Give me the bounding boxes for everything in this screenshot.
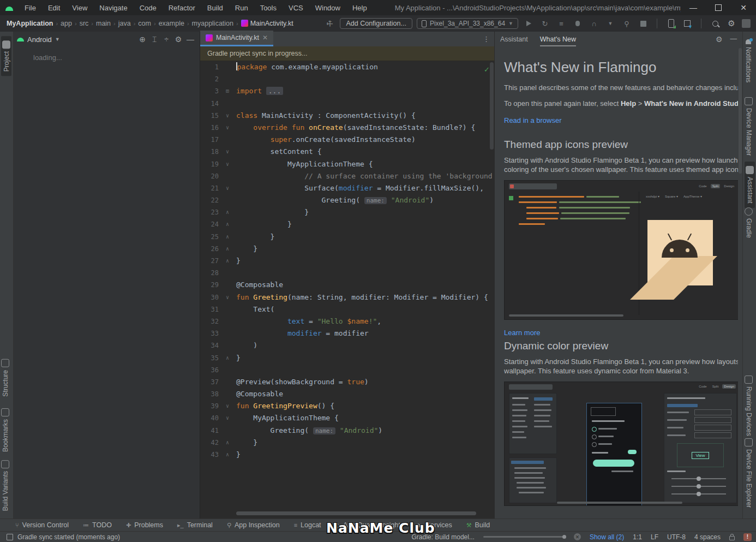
- breadcrumb-item-com[interactable]: com: [138, 20, 151, 27]
- sidebar-item-build-variants[interactable]: Build Variants: [1, 460, 9, 511]
- code-line-27[interactable]: 27∧}: [200, 255, 494, 267]
- fold-marker-icon[interactable]: ∧: [219, 255, 236, 267]
- assistant-settings-gear-icon[interactable]: ⚙: [716, 35, 723, 44]
- assistant-scrollbar[interactable]: [739, 48, 742, 174]
- menu-build[interactable]: Build: [201, 4, 229, 12]
- code-line-21[interactable]: 21∨ Surface(modifier = Modifier.fillMaxS…: [200, 182, 494, 194]
- fold-marker-icon[interactable]: ∨: [219, 400, 236, 412]
- code-line-16[interactable]: 16∨ override fun onCreate(savedInstanceS…: [200, 122, 494, 134]
- hide-panel-icon[interactable]: —: [184, 35, 196, 44]
- fold-marker-icon[interactable]: ∧: [219, 352, 236, 364]
- project-view-selector[interactable]: Android: [27, 35, 52, 44]
- menu-run[interactable]: Run: [229, 4, 254, 12]
- fold-marker-icon[interactable]: ∧: [219, 206, 236, 218]
- chevron-down-icon[interactable]: ▼: [55, 37, 60, 42]
- toolwindow-tab-logcat[interactable]: ≡Logcat: [294, 521, 321, 529]
- code-line-43[interactable]: 43∧}: [200, 449, 494, 461]
- caret-position[interactable]: 1:1: [633, 533, 642, 541]
- fold-marker-icon[interactable]: ∨: [219, 412, 236, 424]
- inspection-ok-icon[interactable]: ✓: [484, 65, 490, 74]
- menu-edit[interactable]: Edit: [42, 4, 66, 12]
- fold-marker-icon[interactable]: ∨: [219, 146, 236, 158]
- breadcrumb-item-myapplication[interactable]: myapplication: [192, 20, 233, 27]
- sidebar-item-notifications[interactable]: Notifications: [745, 39, 752, 82]
- code-line-28[interactable]: 28: [200, 267, 494, 279]
- device-manager-icon[interactable]: [665, 17, 677, 29]
- fold-marker-icon[interactable]: ∨: [219, 158, 236, 170]
- menu-navigate[interactable]: Navigate: [93, 4, 133, 12]
- code-line-20[interactable]: 20 // A surface container using the 'bac…: [200, 170, 494, 182]
- fold-marker-icon[interactable]: ∨: [219, 291, 236, 303]
- code-line-34[interactable]: 34 ): [200, 340, 494, 352]
- sidebar-item-structure[interactable]: Structure: [1, 359, 9, 397]
- fold-marker-icon[interactable]: ∧: [219, 218, 236, 230]
- status-message[interactable]: Gradle sync started (moments ago): [17, 533, 120, 541]
- run-options-caret-icon[interactable]: ▼: [604, 17, 616, 29]
- add-configuration-button[interactable]: Add Configuration...: [340, 18, 412, 29]
- fold-marker-icon[interactable]: ⊞: [219, 85, 236, 97]
- minimize-button[interactable]: —: [681, 0, 706, 15]
- tab-assistant[interactable]: Assistant: [500, 35, 528, 43]
- notifications-badge-icon[interactable]: !: [743, 533, 752, 541]
- code-line-36[interactable]: 36: [200, 364, 494, 376]
- profiler-icon[interactable]: ∩: [588, 17, 600, 29]
- expand-all-icon[interactable]: ⌶: [148, 35, 160, 44]
- code-line-19[interactable]: 19∨ MyApplicationTheme {: [200, 158, 494, 170]
- apply-changes-icon[interactable]: ↻: [539, 17, 551, 29]
- cancel-progress-icon[interactable]: ✕: [574, 533, 581, 540]
- toolwindow-tab-version-control[interactable]: ⑂Version Control: [15, 521, 69, 529]
- code-line-14[interactable]: 14: [200, 98, 494, 110]
- menu-help[interactable]: Help: [346, 4, 373, 12]
- sdk-manager-icon[interactable]: ▼: [681, 17, 693, 29]
- code-line-26[interactable]: 26∧ }: [200, 243, 494, 255]
- debug-icon[interactable]: [572, 17, 584, 29]
- collapse-all-icon[interactable]: ÷: [160, 35, 172, 44]
- fold-marker-icon[interactable]: ∨: [219, 110, 236, 122]
- stop-button[interactable]: [637, 17, 649, 29]
- fold-marker-icon[interactable]: ∧: [219, 449, 236, 461]
- breadcrumb-item-myapplication[interactable]: MyApplication: [7, 20, 53, 27]
- code-line-32[interactable]: 32 text = "Hello $name!",: [200, 315, 494, 327]
- build-hammer-icon[interactable]: ⚒: [321, 15, 338, 32]
- breadcrumb-item-main[interactable]: main: [96, 20, 111, 27]
- code-line-39[interactable]: 39∨fun GreetingPreview() {: [200, 400, 494, 412]
- toolwindow-tab-app-inspection[interactable]: ⚲App Inspection: [227, 521, 280, 529]
- attach-debugger-icon[interactable]: ⚲: [621, 17, 633, 29]
- code-line-15[interactable]: 15∨class MainActivity : ComponentActivit…: [200, 110, 494, 122]
- breadcrumb-item-app[interactable]: app: [61, 20, 72, 27]
- code-line-38[interactable]: 38@Composable: [200, 388, 494, 400]
- settings-gear-icon[interactable]: ⚙: [725, 17, 737, 29]
- run-button[interactable]: [523, 17, 535, 29]
- tab-whats-new[interactable]: What's New: [540, 35, 576, 46]
- apply-code-changes-icon[interactable]: ≡: [555, 17, 567, 29]
- show-all-link[interactable]: Show all (2): [590, 533, 624, 541]
- code-line-40[interactable]: 40∨ MyApplicationTheme {: [200, 412, 494, 424]
- maximize-button[interactable]: [706, 0, 731, 15]
- breadcrumb-item-java[interactable]: java: [118, 20, 131, 27]
- code-line-33[interactable]: 33 modifier = modifier: [200, 327, 494, 340]
- code-line-24[interactable]: 24∧ }: [200, 218, 494, 230]
- breadcrumb-item-example[interactable]: example: [159, 20, 184, 27]
- code-line-30[interactable]: 30∨fun Greeting(name: String, modifier: …: [200, 291, 494, 303]
- fold-marker-icon[interactable]: ∧: [219, 437, 236, 449]
- code-line-41[interactable]: 41 Greeting( name: "Android"): [200, 425, 494, 437]
- code-line-35[interactable]: 35∧}: [200, 352, 494, 364]
- sidebar-item-project[interactable]: Project: [1, 36, 11, 76]
- menu-code[interactable]: Code: [134, 4, 163, 12]
- menu-file[interactable]: File: [19, 4, 42, 12]
- fold-marker-icon[interactable]: ∧: [219, 243, 236, 255]
- line-separator[interactable]: LF: [651, 533, 658, 541]
- menu-vcs[interactable]: VCS: [283, 4, 309, 12]
- panel-settings-gear-icon[interactable]: ⚙: [172, 35, 184, 44]
- code-line-23[interactable]: 23∧ }: [200, 206, 494, 218]
- tab-options-kebab-icon[interactable]: ⋮: [478, 35, 494, 43]
- breadcrumb-item-mainactivity-kt[interactable]: MainActivity.kt: [241, 20, 293, 27]
- indent-setting[interactable]: 4 spaces: [694, 533, 721, 541]
- code-line-3[interactable]: 3⊞import ...: [200, 85, 494, 97]
- fold-marker-icon[interactable]: ∨: [219, 182, 236, 194]
- code-line-29[interactable]: 29@Composable: [200, 279, 494, 291]
- assistant-hide-icon[interactable]: —: [730, 35, 737, 44]
- tab-mainactivity[interactable]: MainActivity.kt ✕: [200, 31, 273, 46]
- toolwindow-tab-problems[interactable]: ✚Problems: [126, 521, 163, 529]
- sidebar-item-running-devices[interactable]: Running Devices: [745, 376, 753, 436]
